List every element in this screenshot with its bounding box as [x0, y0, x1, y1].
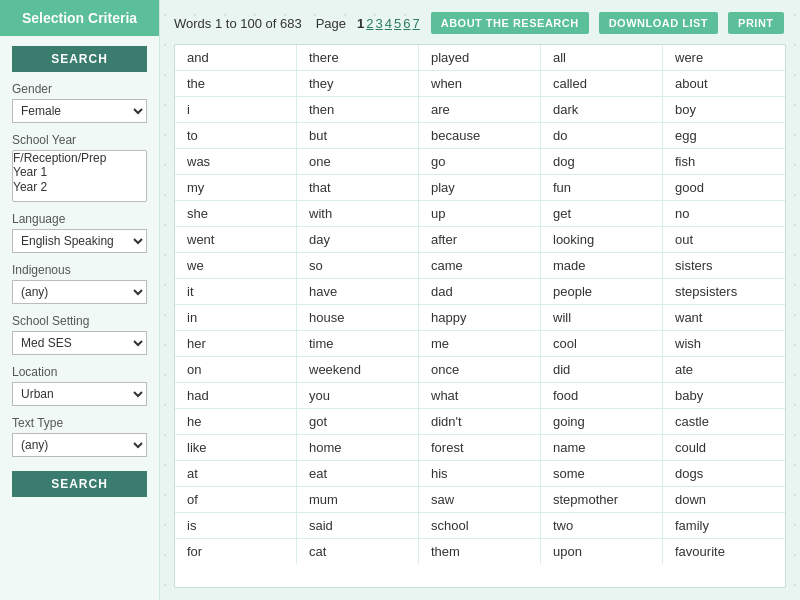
- word-cell: and: [175, 45, 297, 70]
- text-type-select[interactable]: (any) Narrative Informational: [12, 433, 147, 457]
- word-cell: did: [541, 357, 663, 382]
- word-cell: saw: [419, 487, 541, 512]
- word-cell: you: [297, 383, 419, 408]
- gender-filter: Gender Female Male (any): [0, 78, 159, 129]
- table-row: andthereplayedallwere: [175, 45, 785, 71]
- text-type-label: Text Type: [12, 416, 147, 430]
- page-links: 1234567: [356, 16, 421, 31]
- word-cell: made: [541, 253, 663, 278]
- text-type-filter: Text Type (any) Narrative Informational: [0, 412, 159, 463]
- word-cell: wish: [663, 331, 785, 356]
- table-row: onweekendoncedidate: [175, 357, 785, 383]
- table-row: likehomeforestnamecould: [175, 435, 785, 461]
- word-cell: castle: [663, 409, 785, 434]
- word-cell: them: [419, 539, 541, 564]
- word-cell: down: [663, 487, 785, 512]
- word-cell: people: [541, 279, 663, 304]
- page-link-5[interactable]: 5: [394, 16, 401, 31]
- word-cell: she: [175, 201, 297, 226]
- word-cell: that: [297, 175, 419, 200]
- page-link-1[interactable]: 1: [357, 16, 364, 31]
- search-top-button[interactable]: SEARCH: [12, 46, 147, 72]
- word-cell: stepmother: [541, 487, 663, 512]
- word-cell: they: [297, 71, 419, 96]
- table-row: hadyouwhatfoodbaby: [175, 383, 785, 409]
- word-cell: upon: [541, 539, 663, 564]
- word-cell: some: [541, 461, 663, 486]
- school-year-listbox[interactable]: F/Reception/Prep Year 1 Year 2: [12, 150, 147, 202]
- word-cell: one: [297, 149, 419, 174]
- sidebar: Selection Criteria SEARCH Gender Female …: [0, 0, 160, 600]
- word-cell: i: [175, 97, 297, 122]
- table-row: hertimemecoolwish: [175, 331, 785, 357]
- download-list-button[interactable]: DOWNLOAD LIST: [599, 12, 718, 34]
- word-cell: so: [297, 253, 419, 278]
- table-row: ithavedadpeoplestepsisters: [175, 279, 785, 305]
- page-link-3[interactable]: 3: [376, 16, 383, 31]
- word-cell: it: [175, 279, 297, 304]
- word-cell: we: [175, 253, 297, 278]
- location-filter: Location Urban Rural (any): [0, 361, 159, 412]
- word-cell: school: [419, 513, 541, 538]
- word-cell: cat: [297, 539, 419, 564]
- search-bottom-button[interactable]: SEARCH: [12, 471, 147, 497]
- word-cell: good: [663, 175, 785, 200]
- word-cell: was: [175, 149, 297, 174]
- word-cell: family: [663, 513, 785, 538]
- word-cell: no: [663, 201, 785, 226]
- page-link-4[interactable]: 4: [385, 16, 392, 31]
- word-cell: want: [663, 305, 785, 330]
- word-cell: fun: [541, 175, 663, 200]
- word-cell: home: [297, 435, 419, 460]
- word-cell: could: [663, 435, 785, 460]
- word-cell: on: [175, 357, 297, 382]
- school-setting-select[interactable]: Med SES Low SES High SES: [12, 331, 147, 355]
- word-cell: looking: [541, 227, 663, 252]
- location-label: Location: [12, 365, 147, 379]
- word-cell: then: [297, 97, 419, 122]
- word-cell: there: [297, 45, 419, 70]
- word-cell: after: [419, 227, 541, 252]
- table-row: shewithupgetno: [175, 201, 785, 227]
- word-cell: in: [175, 305, 297, 330]
- word-cell: weekend: [297, 357, 419, 382]
- word-cell: for: [175, 539, 297, 564]
- word-cell: sisters: [663, 253, 785, 278]
- word-cell: me: [419, 331, 541, 356]
- table-row: ateathissomedogs: [175, 461, 785, 487]
- word-cell: forest: [419, 435, 541, 460]
- page-label: Page: [316, 16, 346, 31]
- word-cell: happy: [419, 305, 541, 330]
- word-table: andthereplayedallwerethetheywhencalledab…: [174, 44, 786, 588]
- language-filter: Language English Speaking Other: [0, 208, 159, 259]
- print-button[interactable]: PRINT: [728, 12, 784, 34]
- gender-select[interactable]: Female Male (any): [12, 99, 147, 123]
- word-cell: once: [419, 357, 541, 382]
- word-cell: food: [541, 383, 663, 408]
- table-row: wesocamemadesisters: [175, 253, 785, 279]
- word-cell: egg: [663, 123, 785, 148]
- page-link-2[interactable]: 2: [366, 16, 373, 31]
- word-cell: dark: [541, 97, 663, 122]
- school-year-filter: School Year F/Reception/Prep Year 1 Year…: [0, 129, 159, 208]
- about-research-button[interactable]: ABOUT THE RESEARCH: [431, 12, 589, 34]
- indigenous-select[interactable]: (any) Yes No: [12, 280, 147, 304]
- page-link-7[interactable]: 7: [412, 16, 419, 31]
- word-cell: time: [297, 331, 419, 356]
- word-cell: go: [419, 149, 541, 174]
- word-cell: favourite: [663, 539, 785, 564]
- table-row: wasonegodogfish: [175, 149, 785, 175]
- word-cell: to: [175, 123, 297, 148]
- table-row: forcatthemuponfavourite: [175, 539, 785, 564]
- word-cell: about: [663, 71, 785, 96]
- language-select[interactable]: English Speaking Other: [12, 229, 147, 253]
- word-cell: came: [419, 253, 541, 278]
- word-cell: going: [541, 409, 663, 434]
- word-cell: played: [419, 45, 541, 70]
- language-label: Language: [12, 212, 147, 226]
- gender-label: Gender: [12, 82, 147, 96]
- page-link-6[interactable]: 6: [403, 16, 410, 31]
- table-row: hegotdidn'tgoingcastle: [175, 409, 785, 435]
- word-cell: have: [297, 279, 419, 304]
- location-select[interactable]: Urban Rural (any): [12, 382, 147, 406]
